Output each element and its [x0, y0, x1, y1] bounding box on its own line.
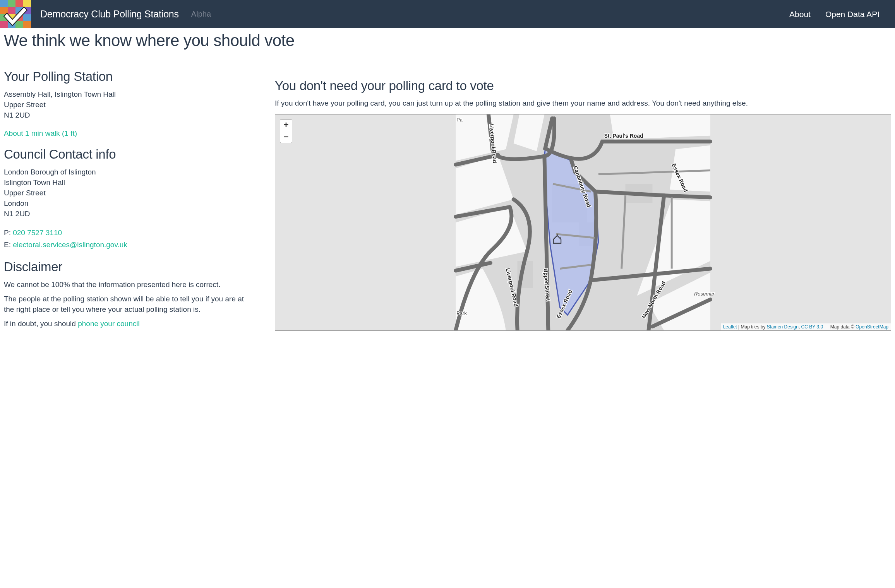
nav-about[interactable]: About	[789, 10, 811, 19]
disclaimer-p3: If in doubt, you should phone your counc…	[4, 319, 252, 329]
council-heading: Council Contact info	[4, 147, 252, 162]
svg-rect-1	[8, 0, 15, 7]
phone-link[interactable]: 020 7527 3110	[13, 229, 62, 237]
svg-rect-14	[15, 21, 23, 28]
no-card-heading: You don't need your polling card to vote	[275, 79, 891, 93]
svg-text:+: +	[559, 235, 561, 240]
svg-rect-15	[23, 21, 31, 28]
polling-line3: N1 2UD	[4, 111, 30, 119]
council-phone-row: P: 020 7527 3110	[4, 228, 252, 238]
no-card-text: If you don't have your polling card, you…	[275, 98, 891, 109]
phone-label: P:	[4, 229, 13, 237]
label-pa: Pa	[456, 116, 463, 122]
zoom-in-button[interactable]: +	[280, 120, 292, 131]
label-rosemar: Rosemar	[694, 291, 715, 297]
disclaimer-heading: Disclaimer	[4, 260, 252, 274]
council-line5: N1 2UD	[4, 210, 30, 218]
navbar: Democracy Club Polling Stations Alpha Ab…	[0, 0, 895, 28]
page-title: We think we know where you should vote	[4, 31, 891, 50]
council-line2: Islington Town Hall	[4, 178, 65, 186]
zoom-out-button[interactable]: −	[280, 131, 292, 143]
map-tiles[interactable]: + Liverpool Road St. Paul's Road	[275, 115, 891, 330]
alpha-label: Alpha	[191, 10, 211, 19]
polling-line1: Assembly Hall, Islington Town Hall	[4, 90, 116, 98]
phone-council-link[interactable]: phone your council	[78, 320, 140, 328]
svg-rect-11	[23, 14, 31, 21]
disclaimer-p2: The people at the polling station shown …	[4, 294, 252, 315]
council-line4: London	[4, 199, 28, 207]
logo[interactable]	[0, 0, 31, 28]
cc-link[interactable]: CC BY 3.0	[801, 324, 823, 330]
polling-line2: Upper Street	[4, 101, 46, 109]
disclaimer-p3-prefix: If in doubt, you should	[4, 320, 78, 328]
stamen-link[interactable]: Stamen Design	[767, 324, 799, 330]
council-line1: London Borough of Islington	[4, 168, 96, 176]
council-line3: Upper Street	[4, 189, 46, 197]
map-attribution: Leaflet | Map tiles by Stamen Design, CC…	[721, 323, 891, 330]
attr-sep3: — Map data ©	[823, 324, 856, 330]
nav-right: About Open Data API	[789, 10, 880, 19]
polling-heading: Your Polling Station	[4, 69, 252, 84]
disclaimer-p1: We cannot be 100% that the information p…	[4, 280, 252, 290]
nav-api[interactable]: Open Data API	[825, 10, 880, 19]
leaflet-link[interactable]: Leaflet	[723, 324, 737, 330]
map[interactable]: + −	[275, 114, 891, 331]
attr-sep1: | Map tiles by	[737, 324, 767, 330]
svg-rect-3	[23, 0, 31, 7]
email-label: E:	[4, 241, 13, 249]
email-link[interactable]: electoral.services@islington.gov.uk	[13, 241, 127, 249]
label-park: Park	[456, 310, 467, 316]
walk-link[interactable]: About 1 min walk (1 ft)	[4, 129, 252, 138]
svg-rect-2	[15, 0, 23, 7]
council-section: Council Contact info London Borough of I…	[4, 147, 252, 250]
zoom-controls: + −	[280, 119, 292, 143]
svg-rect-0	[0, 0, 8, 7]
disclaimer-section: Disclaimer We cannot be 100% that the in…	[4, 260, 252, 329]
svg-text:St. Paul's Road: St. Paul's Road	[604, 132, 643, 138]
svg-rect-12	[0, 21, 8, 28]
svg-rect-5	[8, 7, 15, 14]
attr-sep2: ,	[799, 324, 801, 330]
polling-section: Your Polling Station Assembly Hall, Isli…	[4, 69, 252, 138]
osm-link[interactable]: OpenStreetMap	[856, 324, 888, 330]
road-stpauls: St. Paul's Road	[604, 132, 643, 138]
council-address: London Borough of Islington Islington To…	[4, 167, 252, 219]
council-email-row: E: electoral.services@islington.gov.uk	[4, 240, 252, 250]
brand-link[interactable]: Democracy Club Polling Stations	[40, 9, 179, 20]
polling-address: Assembly Hall, Islington Town Hall Upper…	[4, 89, 252, 121]
